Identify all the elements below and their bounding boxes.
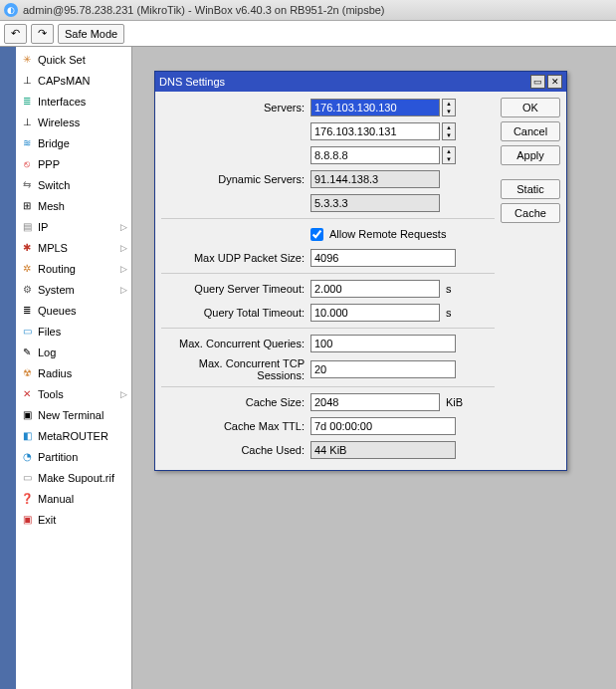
sidebar-item-wireless[interactable]: ⊥Wireless — [16, 112, 131, 132]
menu-icon: ❓ — [20, 492, 34, 506]
sidebar-item-label: New Terminal — [38, 409, 103, 421]
sidebar-item-label: MetaROUTER — [38, 430, 108, 442]
safe-mode-button[interactable]: Safe Mode — [58, 24, 124, 44]
sidebar-item-files[interactable]: ▭Files — [16, 321, 131, 342]
menu-icon: ⇆ — [20, 178, 34, 192]
cache-max-ttl-input[interactable] — [310, 417, 456, 435]
server3-spinner[interactable]: ▲▼ — [442, 146, 456, 164]
query-server-timeout-label: Query Server Timeout: — [161, 283, 310, 295]
query-total-timeout-label: Query Total Timeout: — [161, 307, 310, 319]
toolbar: ↶ ↷ Safe Mode — [0, 21, 616, 47]
menu-icon: ≣ — [20, 304, 34, 318]
max-conc-queries-label: Max. Concurrent Queries: — [161, 338, 310, 349]
sidebar-item-system[interactable]: ⚙System▷ — [16, 279, 131, 300]
server1-input[interactable] — [310, 99, 440, 116]
sidebar-item-label: Bridge — [38, 137, 70, 149]
sidebar-item-capsman[interactable]: ⊥CAPsMAN — [16, 70, 131, 91]
button-column: OK Cancel Apply Static Cache — [501, 98, 560, 464]
menu-icon: ⊞ — [20, 199, 34, 213]
max-udp-input[interactable] — [310, 249, 456, 267]
sidebar-item-label: Mesh — [38, 200, 65, 212]
close-icon[interactable]: ✕ — [547, 75, 562, 89]
server3-input[interactable] — [310, 146, 440, 164]
submenu-arrow-icon: ▷ — [120, 264, 127, 274]
max-conc-queries-input[interactable] — [310, 335, 456, 352]
seconds-unit: s — [446, 307, 452, 319]
menu-icon: ✎ — [20, 345, 34, 359]
sidebar-item-label: Tools — [38, 388, 64, 400]
query-total-timeout-input[interactable] — [310, 304, 440, 322]
sidebar-item-switch[interactable]: ⇆Switch — [16, 174, 131, 195]
submenu-arrow-icon: ▷ — [120, 243, 127, 253]
menu-icon: ▣ — [20, 513, 34, 527]
dynamic-servers-label: Dynamic Servers: — [161, 173, 310, 185]
max-conc-tcp-input[interactable] — [310, 360, 456, 378]
server1-spinner[interactable]: ▲▼ — [442, 99, 456, 116]
sidebar-item-radius[interactable]: ☢Radius — [16, 362, 131, 383]
app-icon: ◐ — [4, 3, 18, 17]
sidebar-item-label: Log — [38, 346, 56, 358]
sidebar-item-manual[interactable]: ❓Manual — [16, 488, 131, 509]
menu-icon: ⊥ — [20, 74, 34, 88]
redo-button[interactable]: ↷ — [31, 24, 54, 44]
sidebar-item-ppp[interactable]: ⎋PPP — [16, 153, 131, 174]
sidebar: ✳Quick Set⊥CAPsMAN≣Interfaces⊥Wireless≋B… — [16, 47, 132, 689]
sidebar-item-label: IP — [38, 221, 48, 233]
sidebar-item-new-terminal[interactable]: ▣New Terminal — [16, 404, 131, 425]
menu-icon: ▭ — [20, 471, 34, 485]
menu-icon: ▭ — [20, 325, 34, 339]
cache-size-input[interactable] — [310, 393, 440, 411]
apply-button[interactable]: Apply — [501, 145, 560, 165]
menu-icon: ▣ — [20, 408, 34, 422]
menu-icon: ⚙ — [20, 283, 34, 297]
allow-remote-label: Allow Remote Requests — [329, 228, 446, 240]
sidebar-item-tools[interactable]: ✕Tools▷ — [16, 383, 131, 404]
dyn-server1-input — [310, 170, 440, 188]
sidebar-item-ip[interactable]: ▤IP▷ — [16, 216, 131, 237]
sidebar-item-label: System — [38, 284, 75, 296]
cancel-button[interactable]: Cancel — [501, 121, 560, 141]
menu-icon: ≋ — [20, 136, 34, 150]
allow-remote-checkbox[interactable] — [310, 228, 323, 241]
sidebar-item-label: Interfaces — [38, 96, 86, 108]
sidebar-item-label: Quick Set — [38, 54, 86, 66]
menu-icon: ✕ — [20, 387, 34, 401]
sidebar-item-queues[interactable]: ≣Queues — [16, 300, 131, 321]
sidebar-item-metarouter[interactable]: ◧MetaROUTER — [16, 425, 131, 446]
sidebar-item-mesh[interactable]: ⊞Mesh — [16, 195, 131, 216]
ok-button[interactable]: OK — [501, 98, 560, 117]
sidebar-item-label: Manual — [38, 493, 74, 505]
cache-max-ttl-label: Cache Max TTL: — [161, 420, 310, 432]
servers-label: Servers: — [161, 102, 310, 114]
sidebar-item-label: Exit — [38, 514, 56, 526]
sidebar-item-routing[interactable]: ✲Routing▷ — [16, 258, 131, 279]
undo-button[interactable]: ↶ — [4, 24, 27, 44]
sidebar-item-quick-set[interactable]: ✳Quick Set — [16, 49, 131, 70]
query-server-timeout-input[interactable] — [310, 280, 440, 298]
window-titlebar: ◐ admin@95.78.238.231 (MikroTik) - WinBo… — [0, 0, 616, 21]
sidebar-item-make-supout-rif[interactable]: ▭Make Supout.rif — [16, 467, 131, 488]
sidebar-item-exit[interactable]: ▣Exit — [16, 509, 131, 530]
server2-spinner[interactable]: ▲▼ — [442, 122, 456, 140]
server2-input[interactable] — [310, 122, 440, 140]
sidebar-item-label: Routing — [38, 263, 76, 275]
sidebar-item-label: Queues — [38, 305, 77, 317]
sidebar-item-interfaces[interactable]: ≣Interfaces — [16, 91, 131, 112]
menu-icon: ☢ — [20, 366, 34, 380]
sidebar-item-log[interactable]: ✎Log — [16, 342, 131, 362]
sidebar-item-mpls[interactable]: ✱MPLS▷ — [16, 237, 131, 258]
cache-button[interactable]: Cache — [501, 203, 560, 223]
menu-icon: ◧ — [20, 429, 34, 443]
sidebar-item-label: Wireless — [38, 116, 80, 128]
menu-icon: ⎋ — [20, 157, 34, 171]
minimize-icon[interactable]: ▭ — [530, 75, 545, 89]
dns-settings-dialog: DNS Settings ▭ ✕ Servers: ▲▼ — [154, 71, 567, 471]
menu-icon: ✲ — [20, 262, 34, 276]
sidebar-item-label: MPLS — [38, 242, 68, 254]
static-button[interactable]: Static — [501, 179, 560, 199]
sidebar-item-partition[interactable]: ◔Partition — [16, 446, 131, 467]
seconds-unit: s — [446, 283, 452, 295]
sidebar-item-bridge[interactable]: ≋Bridge — [16, 132, 131, 153]
dialog-titlebar[interactable]: DNS Settings ▭ ✕ — [155, 72, 566, 92]
dialog-title: DNS Settings — [159, 76, 225, 88]
